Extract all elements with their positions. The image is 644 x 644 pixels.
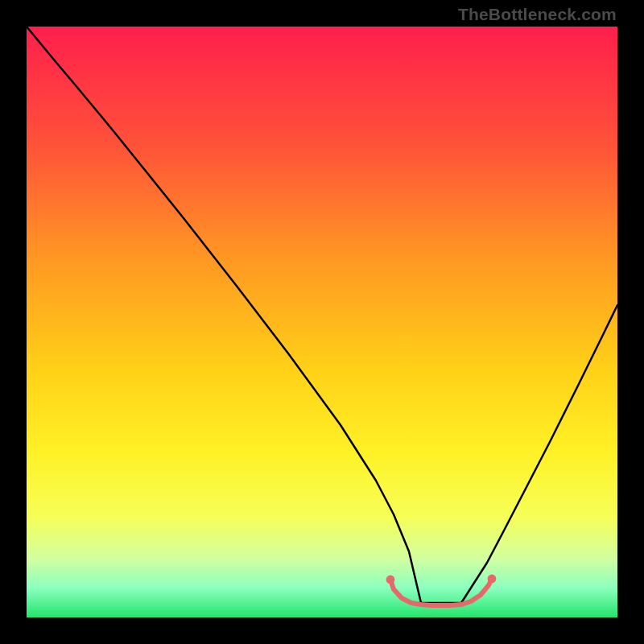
plot-frame: [27, 27, 617, 617]
watermark-text: TheBottleneck.com: [458, 5, 617, 24]
highlight-dot: [386, 576, 395, 584]
plot-background: [27, 27, 617, 617]
highlight-dot: [488, 575, 497, 584]
plot-svg: [27, 27, 617, 617]
